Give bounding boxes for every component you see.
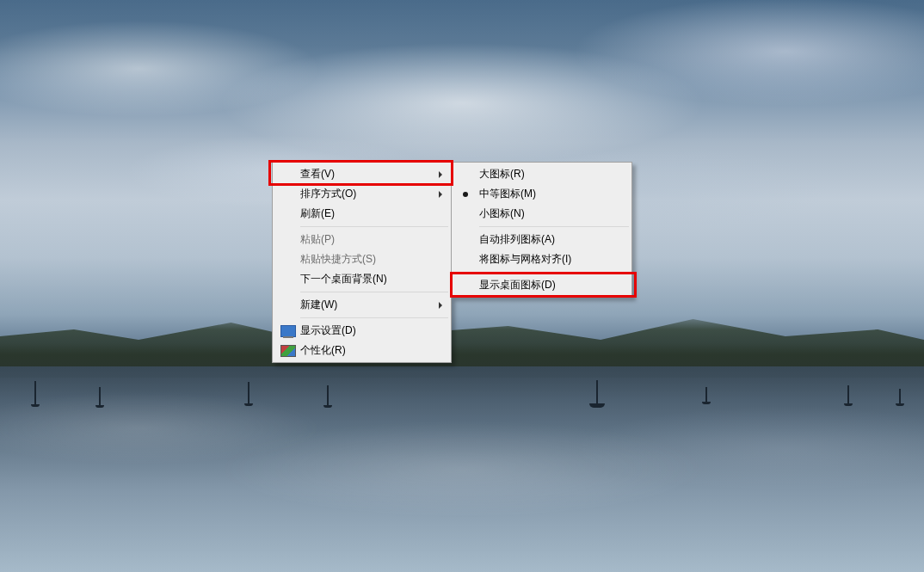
wallpaper-boat: [99, 387, 101, 406]
menu-separator: [300, 317, 448, 318]
submenu-small-icons[interactable]: 小图标(N): [453, 204, 630, 224]
submenu-arrow-icon: [439, 302, 442, 309]
submenu-show-desktop-icons[interactable]: 显示桌面图标(D): [453, 275, 630, 295]
menu-refresh[interactable]: 刷新(E): [274, 204, 449, 224]
wallpaper-boat: [327, 385, 329, 406]
menu-separator: [300, 226, 448, 227]
submenu-auto-arrange[interactable]: 自动排列图标(A): [453, 230, 630, 249]
menu-separator: [300, 292, 448, 292]
wallpaper-boat: [847, 385, 849, 404]
submenu-small-icons-label: 小图标(N): [479, 206, 525, 221]
wallpaper-boat: [705, 387, 707, 403]
submenu-medium-icons-label: 中等图标(M): [479, 187, 536, 201]
desktop-context-menu: 查看(V) 排序方式(O) 刷新(E) 粘贴(P) 粘贴快捷方式(S) 下一个桌…: [272, 162, 452, 363]
menu-refresh-label: 刷新(E): [300, 206, 335, 221]
menu-view-label: 查看(V): [300, 167, 335, 181]
selected-bullet-icon: [463, 192, 468, 197]
menu-paste: 粘贴(P): [274, 230, 449, 249]
view-submenu: 大图标(R) 中等图标(M) 小图标(N) 自动排列图标(A) 将图标与网格对齐…: [451, 162, 632, 298]
menu-paste-shortcut-label: 粘贴快捷方式(S): [300, 252, 376, 267]
menu-sort-label: 排序方式(O): [300, 187, 356, 201]
wallpaper-boat: [34, 381, 36, 405]
menu-separator: [479, 272, 629, 273]
menu-sort[interactable]: 排序方式(O): [274, 184, 449, 204]
menu-next-background[interactable]: 下一个桌面背景(N): [274, 269, 449, 289]
menu-paste-label: 粘贴(P): [300, 232, 335, 247]
submenu-align-grid[interactable]: 将图标与网格对齐(I): [453, 249, 630, 269]
submenu-arrow-icon: [439, 171, 442, 178]
menu-display-settings[interactable]: 显示设置(D): [274, 321, 449, 341]
menu-new[interactable]: 新建(W): [274, 295, 449, 315]
menu-personalize[interactable]: 个性化(R): [274, 341, 449, 360]
submenu-align-grid-label: 将图标与网格对齐(I): [479, 252, 571, 267]
submenu-arrow-icon: [439, 191, 442, 198]
submenu-large-icons-label: 大图标(R): [479, 167, 525, 181]
submenu-large-icons[interactable]: 大图标(R): [453, 164, 630, 184]
menu-display-settings-label: 显示设置(D): [300, 323, 356, 338]
personalize-icon: [280, 345, 296, 357]
menu-new-label: 新建(W): [300, 298, 337, 312]
submenu-medium-icons[interactable]: 中等图标(M): [453, 184, 630, 204]
menu-next-background-label: 下一个桌面背景(N): [300, 272, 387, 286]
submenu-show-desktop-icons-label: 显示桌面图标(D): [479, 278, 556, 292]
submenu-auto-arrange-label: 自动排列图标(A): [479, 232, 555, 247]
menu-view[interactable]: 查看(V): [274, 164, 449, 184]
wallpaper-boat: [596, 380, 598, 406]
display-settings-icon: [280, 325, 296, 337]
wallpaper-boat: [899, 389, 901, 404]
wallpaper-reflection: [0, 366, 924, 572]
menu-separator: [479, 226, 629, 227]
menu-personalize-label: 个性化(R): [300, 343, 346, 358]
wallpaper-boat: [248, 382, 249, 404]
menu-paste-shortcut: 粘贴快捷方式(S): [274, 249, 449, 269]
